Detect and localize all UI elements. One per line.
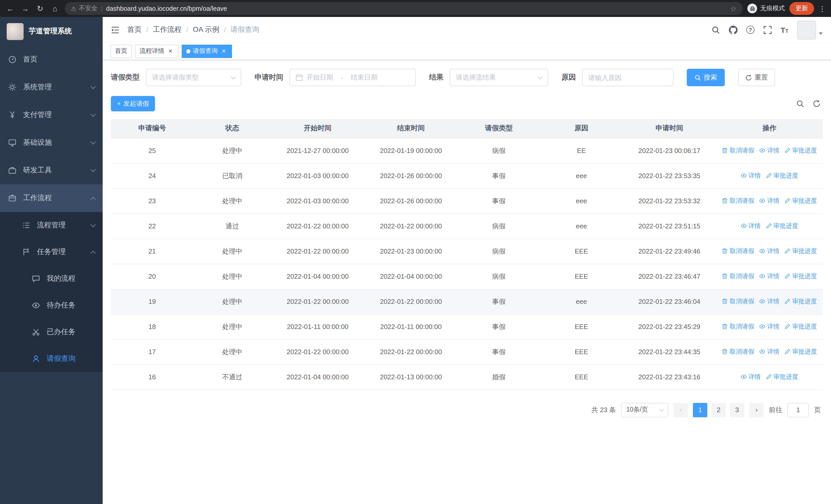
action-progress-link[interactable]: 审批进度 [784, 272, 817, 281]
date-range-picker[interactable]: 开始日期 - 结束日期 [289, 69, 416, 86]
reload-icon[interactable]: ↻ [35, 4, 45, 13]
tab-process-detail[interactable]: 流程详情 ✕ [135, 45, 179, 58]
col-header-status: 状态 [194, 119, 271, 138]
sidebar-item-label: 已办任务 [47, 327, 95, 337]
font-size-icon[interactable]: TT [780, 26, 789, 34]
sidebar-item-label: 研发工具 [23, 166, 85, 175]
sidebar-item-payment-mgmt[interactable]: 支付管理 [0, 101, 103, 129]
list-icon [22, 221, 31, 230]
sidebar-item-system-mgmt[interactable]: 系统管理 [0, 73, 103, 101]
result-select[interactable]: 请选择流结果 [450, 69, 548, 86]
action-detail-link[interactable]: 详情 [760, 322, 779, 331]
reset-button[interactable]: 重置 [738, 69, 775, 86]
next-page-button[interactable]: › [749, 403, 764, 417]
action-detail-link[interactable]: 详情 [760, 348, 779, 356]
goto-page-input[interactable] [787, 403, 809, 417]
cell-end: 2022-01-04 00:00:00 [365, 264, 458, 289]
cell-type: 病假 [458, 239, 540, 264]
security-warning[interactable]: ⚠ 不安全 [71, 4, 97, 13]
cell-applied: 2022-01-22 23:51:15 [623, 213, 716, 239]
action-detail-link[interactable]: 详情 [741, 373, 761, 381]
refresh-table-icon[interactable] [812, 99, 821, 108]
sidebar-item-dev-tools[interactable]: 研发工具 [0, 156, 103, 184]
action-progress-link[interactable]: 审批进度 [784, 322, 817, 331]
breadcrumb-item[interactable]: 首页 [127, 25, 142, 34]
page-button-1[interactable]: 1 [693, 403, 707, 417]
page-size-select[interactable]: 10条/页 [621, 403, 668, 417]
action-detail-link[interactable]: 详情 [760, 247, 779, 256]
github-icon[interactable] [728, 25, 737, 34]
back-icon[interactable]: ← [5, 4, 16, 13]
avatar [797, 20, 816, 39]
chevron-down-icon [660, 407, 664, 412]
sidebar-item-done-tasks[interactable]: 已办任务 [0, 319, 103, 346]
cell-applied: 2022-01-22 23:43:16 [623, 364, 716, 390]
cell-status: 处理中 [194, 314, 271, 339]
cell-actions: 详情审批进度 [716, 213, 823, 239]
action-progress-link[interactable]: 审批进度 [784, 348, 817, 356]
action-detail-link[interactable]: 详情 [760, 297, 779, 306]
leave-type-select[interactable]: 请选择请假类型 [146, 69, 241, 86]
action-progress-link[interactable]: 审批进度 [784, 197, 817, 205]
page-button-2[interactable]: 2 [711, 403, 726, 417]
search-button[interactable]: 搜索 [687, 69, 725, 86]
action-detail-link[interactable]: 详情 [760, 272, 779, 281]
cell-applied: 2022-01-23 00:06:17 [623, 138, 716, 163]
action-cancel-link[interactable]: 取消请假 [722, 322, 754, 331]
action-cancel-link[interactable]: 取消请假 [722, 146, 754, 155]
browser-menu-icon[interactable]: ⋮ [819, 4, 826, 12]
action-cancel-link[interactable]: 取消请假 [722, 348, 754, 356]
action-progress-link[interactable]: 审批进度 [784, 297, 817, 306]
breadcrumb-item[interactable]: 工作流程 [153, 25, 182, 34]
col-header-reason: 原因 [540, 119, 623, 138]
action-cancel-link[interactable]: 取消请假 [722, 272, 754, 281]
app-logo[interactable]: 芋道管理系统 [0, 17, 103, 46]
action-cancel-link[interactable]: 取消请假 [722, 197, 754, 205]
reason-input[interactable] [582, 69, 674, 86]
filter-label: 申请时间 [255, 73, 283, 82]
edit-icon [784, 298, 791, 305]
home-icon[interactable]: ⌂ [50, 4, 60, 13]
bookmark-star-icon[interactable]: ☆ [730, 4, 737, 12]
search-icon[interactable] [711, 25, 720, 34]
update-button[interactable]: 更新 [790, 2, 814, 15]
sidebar-item-process-mgmt[interactable]: 流程管理 [0, 212, 103, 239]
action-progress-link[interactable]: 审批进度 [766, 373, 798, 381]
cell-applied: 2022-01-22 23:45:29 [623, 314, 716, 339]
sidebar-item-infrastructure[interactable]: 基础设施 [0, 129, 103, 156]
fullscreen-icon[interactable] [763, 25, 772, 34]
sidebar-item-my-processes[interactable]: 我的流程 [0, 265, 103, 292]
action-progress-link[interactable]: 审批进度 [766, 222, 798, 231]
action-progress-link[interactable]: 审批进度 [784, 146, 817, 155]
breadcrumb-item[interactable]: OA 示例 [193, 25, 220, 34]
forward-icon[interactable]: → [20, 4, 30, 13]
action-cancel-link[interactable]: 取消请假 [722, 247, 754, 256]
user-menu[interactable] [797, 20, 823, 39]
close-icon[interactable]: ✕ [220, 48, 227, 55]
tab-leave-query[interactable]: 请假查询 ✕ [182, 45, 232, 58]
address-bar[interactable]: ⚠ 不安全 dashboard.yudao.iocoder.cn/bpm/oa/… [65, 2, 743, 15]
sidebar-toggle-icon[interactable] [111, 25, 120, 34]
toggle-search-icon[interactable] [796, 99, 804, 108]
action-cancel-link[interactable]: 取消请假 [722, 297, 754, 306]
help-icon[interactable]: ? [746, 26, 754, 34]
prev-page-button[interactable]: ‹ [674, 403, 688, 417]
tab-home[interactable]: 首页 [110, 45, 132, 58]
eye-icon [760, 248, 766, 254]
cell-applied: 2022-01-22 23:46:47 [623, 264, 716, 289]
sidebar-item-workflow[interactable]: 工作流程 [0, 184, 103, 212]
action-progress-link[interactable]: 审批进度 [784, 247, 817, 256]
action-detail-link[interactable]: 详情 [760, 146, 779, 155]
sidebar-item-todo-tasks[interactable]: 待办任务 [0, 292, 103, 319]
sidebar-item-home[interactable]: 首页 [0, 46, 103, 73]
action-progress-link[interactable]: 审批进度 [766, 171, 798, 180]
action-detail-link[interactable]: 详情 [741, 222, 761, 231]
sidebar-item-leave-query[interactable]: 请假查询 [0, 346, 103, 372]
create-leave-button[interactable]: + 发起请假 [111, 96, 155, 111]
sidebar-item-task-mgmt[interactable]: 任务管理 [0, 239, 103, 265]
cell-status: 通过 [194, 213, 271, 239]
action-detail-link[interactable]: 详情 [760, 197, 779, 205]
close-icon[interactable]: ✕ [167, 48, 174, 55]
page-button-3[interactable]: 3 [730, 403, 744, 417]
action-detail-link[interactable]: 详情 [741, 171, 761, 180]
